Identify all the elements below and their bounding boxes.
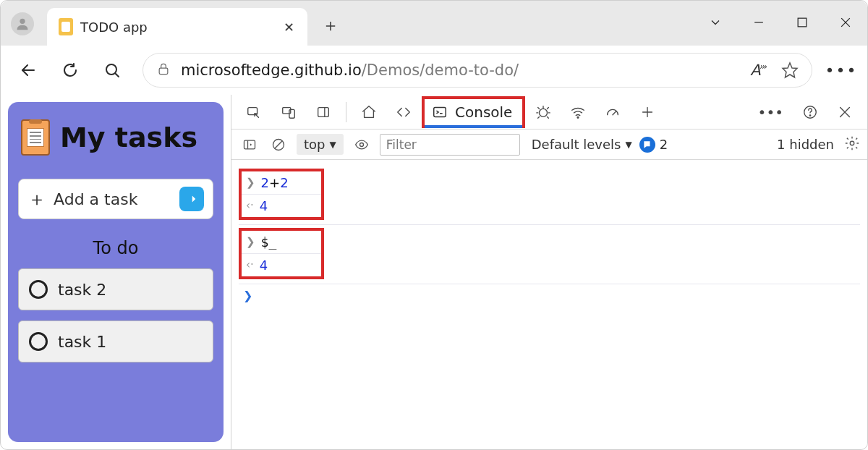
console-input-line: ❯ 2+2 [242, 171, 321, 194]
svg-point-0 [20, 19, 25, 24]
svg-line-19 [538, 107, 540, 109]
clear-console-button[interactable] [268, 134, 289, 156]
console-output-line: ‹· 4 [242, 194, 321, 217]
svg-line-26 [613, 111, 616, 115]
dock-side-button[interactable] [307, 95, 340, 130]
tab-add[interactable] [631, 95, 664, 130]
add-task-input[interactable]: ＋ Add a task [18, 179, 213, 219]
gear-icon [844, 135, 860, 151]
reload-button[interactable] [51, 51, 89, 89]
console-output-text: 4 [260, 198, 268, 213]
add-task-submit[interactable] [179, 187, 204, 211]
task-checkbox[interactable] [29, 280, 48, 299]
task-checkbox[interactable] [29, 332, 48, 351]
url-text: microsoftedge.github.io/Demos/demo-to-do… [181, 61, 519, 79]
lock-icon [156, 61, 171, 80]
svg-point-37 [359, 143, 363, 146]
svg-line-24 [548, 116, 549, 118]
inspect-button[interactable] [237, 95, 271, 130]
reload-icon [61, 61, 79, 79]
home-icon [361, 104, 377, 120]
svg-rect-15 [434, 107, 446, 116]
tab-favicon [59, 18, 73, 35]
execution-context-selector[interactable]: top▼ [297, 134, 344, 155]
console-output[interactable]: ❯ 2+2 ‹· 4 ❯ $_ ‹· 4 [231, 160, 867, 449]
svg-line-7 [116, 74, 119, 77]
live-expression-button[interactable] [351, 134, 373, 156]
tab-console[interactable]: Console [422, 96, 525, 128]
svg-rect-13 [318, 107, 329, 116]
search-icon [103, 61, 121, 79]
task-label: task 2 [58, 281, 106, 299]
task-item[interactable]: task 1 [18, 320, 213, 362]
chevron-input-icon: ❯ [246, 177, 255, 188]
console-icon [432, 104, 448, 120]
devtools-more-button[interactable]: ••• [749, 95, 792, 130]
new-tab-button[interactable]: ＋ [313, 8, 348, 43]
browser-menu-button[interactable]: ••• [824, 61, 859, 80]
chevron-input-icon: ❯ [246, 237, 255, 247]
console-filter-input[interactable] [380, 134, 520, 156]
svg-rect-2 [798, 18, 807, 27]
console-input-line: ❯ $_ [242, 231, 321, 253]
arrow-left-icon [20, 61, 37, 79]
tab-performance[interactable] [596, 95, 629, 130]
highlight-box: ❯ $_ ‹· 4 [239, 228, 324, 279]
issues-button[interactable]: 2 [639, 137, 668, 153]
back-button[interactable] [9, 51, 47, 89]
tab-title: TODO app [80, 20, 148, 35]
hidden-count[interactable]: 1 hidden [777, 137, 834, 152]
read-aloud-button[interactable]: A››› [750, 61, 765, 79]
tab-actions-button[interactable] [694, 7, 737, 38]
browser-tab[interactable]: TODO app ✕ [47, 8, 307, 46]
wifi-icon [570, 104, 586, 120]
plus-icon: ＋ [27, 187, 46, 212]
code-icon [396, 104, 412, 120]
omnibox[interactable]: microsoftedge.github.io/Demos/demo-to-do… [142, 53, 812, 88]
profile-button[interactable] [11, 12, 34, 35]
browser-window: TODO app ✕ ＋ microsoftedge.github.io/Dem… [0, 0, 868, 450]
gauge-icon [605, 104, 621, 120]
chevron-output-icon: ‹· [246, 200, 254, 211]
help-icon [802, 104, 818, 120]
tab-welcome[interactable] [352, 95, 386, 130]
issues-icon [639, 137, 655, 153]
close-window-button[interactable] [824, 7, 867, 38]
bug-icon [535, 104, 551, 120]
maximize-button[interactable] [780, 7, 824, 38]
svg-rect-33 [244, 140, 255, 149]
devtools-panel: Console ••• top▼ [231, 95, 867, 449]
tab-sources[interactable] [527, 95, 560, 130]
devtools-help-button[interactable] [793, 95, 827, 130]
task-label: task 1 [58, 333, 106, 351]
app-title: My tasks [60, 122, 197, 153]
close-icon [837, 104, 853, 120]
task-item[interactable]: task 2 [18, 268, 213, 310]
todo-app: My tasks ＋ Add a task To do task 2 tas [1, 95, 231, 449]
tab-network[interactable] [561, 95, 595, 130]
device-toolbar-button[interactable] [272, 95, 305, 130]
log-levels-selector[interactable]: Default levels▼ [532, 137, 632, 152]
todo-heading: To do [18, 238, 213, 258]
search-button[interactable] [93, 51, 131, 89]
clipboard-icon [21, 119, 50, 156]
console-toolbar: top▼ Default levels▼ 2 1 hidden [231, 130, 867, 160]
star-icon [781, 61, 799, 79]
arrow-right-icon [185, 192, 198, 205]
tab-close-button[interactable]: ✕ [284, 20, 294, 35]
toggle-sidebar-button[interactable] [239, 134, 260, 156]
console-prompt[interactable]: ❯ [239, 284, 860, 307]
devtools-close-button[interactable] [828, 95, 861, 130]
highlight-box: ❯ 2+2 ‹· 4 [239, 169, 324, 220]
tab-console-label: Console [455, 103, 512, 121]
tab-elements[interactable] [387, 95, 420, 130]
console-input-text: $_ [261, 234, 277, 250]
console-output-text: 4 [260, 258, 268, 273]
chevron-output-icon: ‹· [246, 260, 254, 271]
add-task-placeholder: Add a task [54, 190, 137, 208]
console-settings-button[interactable] [844, 135, 860, 154]
eye-icon [354, 137, 369, 152]
chevron-prompt-icon: ❯ [243, 289, 252, 302]
minimize-button[interactable] [737, 7, 780, 38]
favorite-button[interactable] [781, 61, 799, 79]
